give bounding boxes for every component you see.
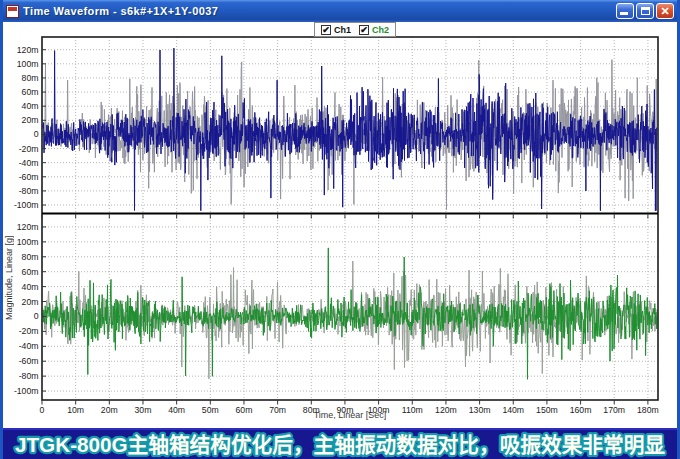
y-tick-label: -80m xyxy=(19,186,39,196)
y-tick-label: 100m xyxy=(17,237,39,247)
maximize-icon xyxy=(641,7,650,15)
ch1-checkbox[interactable]: ✔ xyxy=(321,25,331,35)
ch2-checkbox[interactable]: ✔ xyxy=(359,25,369,35)
y-tick-label: 40m xyxy=(22,101,39,111)
y-tick-label: -40m xyxy=(19,158,39,168)
y-tick-label: 100m xyxy=(17,59,39,69)
y-tick-label: 60m xyxy=(22,87,39,97)
ch2-label: Ch2 xyxy=(372,25,389,35)
caption-text: JTGK-800G主轴箱结构优化后，主轴振动数据对比，吸振效果非常明显 xyxy=(15,433,665,456)
close-icon: ✕ xyxy=(660,6,669,17)
title-bar[interactable]: Time Waveform - s6k#+1X+1Y-0037 ✕ xyxy=(0,0,680,22)
y-tick-label: 20m xyxy=(22,297,39,307)
close-button[interactable]: ✕ xyxy=(656,3,674,19)
waveform-ch1-trace xyxy=(43,48,657,211)
y-tick-label: 120m xyxy=(17,45,39,55)
y-tick-label: 60m xyxy=(22,267,39,277)
y-tick-label: 0 xyxy=(34,129,39,139)
y-tick-label: -60m xyxy=(19,356,39,366)
channel-legend: ✔ Ch1 ✔ Ch2 xyxy=(314,22,396,37)
y-tick-label: 40m xyxy=(22,282,39,292)
window-icon xyxy=(6,5,19,18)
y-axis-title: Magnitude, Linear [g] xyxy=(4,120,14,320)
legend-item-ch1: ✔ Ch1 xyxy=(321,25,351,35)
y-tick-label: 80m xyxy=(22,73,39,83)
caption-banner: JTGK-800G主轴箱结构优化后，主轴振动数据对比，吸振效果非常明显 xyxy=(0,428,680,459)
y-tick-label: -80m xyxy=(19,371,39,381)
minimize-button[interactable] xyxy=(616,3,634,19)
caption-banner-svg: JTGK-800G主轴箱结构优化后，主轴振动数据对比，吸振效果非常明显 xyxy=(0,430,680,459)
plot-area: 010m20m30m40m50m60m70m80m90m100m110m120m… xyxy=(0,0,680,459)
y-tick-label: 0 xyxy=(34,311,39,321)
y-tick-label: -100m xyxy=(14,200,39,210)
maximize-button[interactable] xyxy=(636,3,654,19)
y-tick-label: -100m xyxy=(14,386,39,396)
app-window: Time Waveform - s6k#+1X+1Y-0037 ✕ 010m20… xyxy=(0,0,680,459)
y-tick-label: 80m xyxy=(22,252,39,262)
minimize-icon xyxy=(620,12,628,15)
plot-border xyxy=(42,37,658,400)
ch1-label: Ch1 xyxy=(334,25,351,35)
y-tick-label: 120m xyxy=(17,222,39,232)
y-tick-label: -20m xyxy=(19,144,39,154)
legend-item-ch2: ✔ Ch2 xyxy=(359,25,389,35)
waveform-ch2-trace xyxy=(43,248,657,379)
x-axis-title: Time, Linear [Sec] xyxy=(42,410,658,420)
window-title: Time Waveform - s6k#+1X+1Y-0037 xyxy=(23,5,610,17)
window-controls: ✕ xyxy=(616,3,674,19)
y-tick-label: -20m xyxy=(19,326,39,336)
y-tick-label: 20m xyxy=(22,115,39,125)
y-tick-label: -40m xyxy=(19,341,39,351)
y-tick-label: -60m xyxy=(19,172,39,182)
